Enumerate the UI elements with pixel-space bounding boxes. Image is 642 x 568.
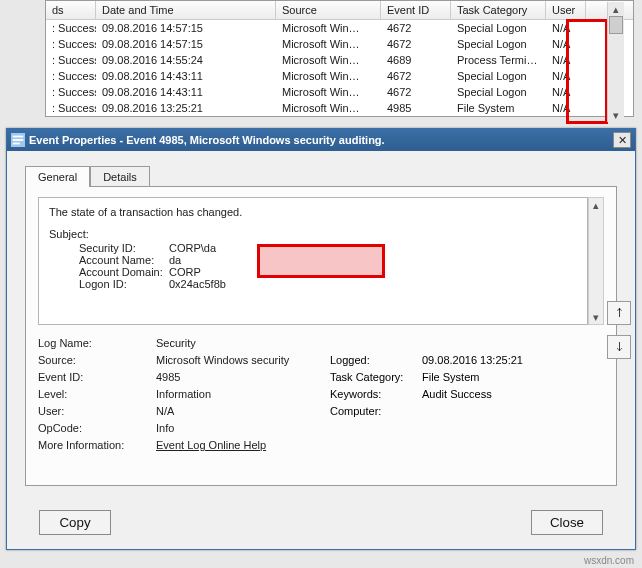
event-id-value: 4985 — [156, 371, 180, 383]
level-value: Information — [156, 388, 211, 400]
logon-id-label: Logon ID: — [49, 278, 169, 290]
cell-keywords: : Success — [46, 20, 96, 36]
scroll-up-icon[interactable]: ▴ — [608, 2, 624, 16]
table-row[interactable]: : Success09.08.2016 14:55:24Microsoft Wi… — [46, 52, 633, 68]
cell-taskcat: Special Logon — [451, 36, 546, 52]
scroll-down-icon[interactable]: ▾ — [608, 108, 624, 122]
highlight-user-column — [566, 19, 608, 124]
user-label: User: — [38, 405, 156, 417]
col-source[interactable]: Source — [276, 1, 381, 19]
tab-body: The state of a transaction has changed. … — [25, 186, 617, 486]
table-row[interactable]: : Success09.08.2016 14:57:15Microsoft Wi… — [46, 36, 633, 52]
col-keywords[interactable]: ds — [46, 1, 96, 19]
copy-button[interactable]: Copy — [39, 510, 111, 535]
event-fields: Log Name:Security Source:Microsoft Windo… — [38, 337, 604, 456]
task-cat-label: Task Category: — [330, 371, 422, 383]
opcode-value: Info — [156, 422, 174, 434]
event-icon — [11, 133, 25, 147]
log-name-label: Log Name: — [38, 337, 156, 349]
more-info-label: More Information: — [38, 439, 156, 451]
account-domain-label: Account Domain: — [49, 266, 169, 278]
event-list[interactable]: ds Date and Time Source Event ID Task Ca… — [45, 0, 634, 117]
table-row[interactable]: : Success09.08.2016 14:43:11Microsoft Wi… — [46, 84, 633, 100]
log-name-value: Security — [156, 337, 196, 349]
cell-keywords: : Success — [46, 84, 96, 100]
account-domain-value: CORP — [169, 266, 201, 278]
close-button[interactable]: Close — [531, 510, 603, 535]
arrow-up-icon: 🡑 — [614, 307, 625, 319]
event-list-scrollbar[interactable]: ▴ ▾ — [607, 2, 624, 122]
dialog-titlebar[interactable]: Event Properties - Event 4985, Microsoft… — [7, 129, 635, 151]
col-datetime[interactable]: Date and Time — [96, 1, 276, 19]
highlight-subject-redaction — [257, 244, 385, 278]
cell-source: Microsoft Win… — [276, 20, 381, 36]
source-value: Microsoft Windows security — [156, 354, 289, 366]
description-scrollbar[interactable]: ▴ ▾ — [588, 197, 604, 325]
cell-datetime: 09.08.2016 14:55:24 — [96, 52, 276, 68]
table-row[interactable]: : Success09.08.2016 14:57:15Microsoft Wi… — [46, 20, 633, 36]
user-value: N/A — [156, 405, 174, 417]
prev-event-button[interactable]: 🡑 — [607, 301, 631, 325]
cell-eventid: 4672 — [381, 36, 451, 52]
watermark: wsxdn.com — [584, 555, 634, 566]
next-event-button[interactable]: 🡓 — [607, 335, 631, 359]
cell-keywords: : Success — [46, 36, 96, 52]
logon-id-value: 0x24ac5f8b — [169, 278, 226, 290]
cell-eventid: 4985 — [381, 100, 451, 116]
cell-source: Microsoft Win… — [276, 84, 381, 100]
account-name-value: da — [169, 254, 181, 266]
source-label: Source: — [38, 354, 156, 366]
event-id-label: Event ID: — [38, 371, 156, 383]
opcode-label: OpCode: — [38, 422, 156, 434]
scroll-up-icon[interactable]: ▴ — [589, 198, 603, 212]
cell-source: Microsoft Win… — [276, 36, 381, 52]
security-id-label: Security ID: — [49, 242, 169, 254]
logged-value: 09.08.2016 13:25:21 — [422, 354, 523, 366]
cell-datetime: 09.08.2016 14:57:15 — [96, 20, 276, 36]
event-description-panel: The state of a transaction has changed. … — [38, 197, 588, 325]
cell-taskcat: File System — [451, 100, 546, 116]
logged-label: Logged: — [330, 354, 422, 366]
col-user[interactable]: User — [546, 1, 586, 19]
keywords-value: Audit Success — [422, 388, 492, 400]
event-list-header: ds Date and Time Source Event ID Task Ca… — [46, 1, 633, 20]
col-eventid[interactable]: Event ID — [381, 1, 451, 19]
arrow-down-icon: 🡓 — [614, 341, 625, 353]
tab-general[interactable]: General — [25, 166, 90, 187]
dialog-title: Event Properties - Event 4985, Microsoft… — [29, 134, 613, 146]
tab-details[interactable]: Details — [90, 166, 150, 187]
event-log-online-help-link[interactable]: Event Log Online Help — [156, 439, 266, 451]
subject-label: Subject: — [49, 228, 577, 240]
cell-datetime: 09.08.2016 14:57:15 — [96, 36, 276, 52]
cell-keywords: : Success — [46, 100, 96, 116]
cell-eventid: 4672 — [381, 20, 451, 36]
account-name-label: Account Name: — [49, 254, 169, 266]
dialog-close-button[interactable]: ✕ — [613, 132, 631, 148]
svg-rect-3 — [13, 143, 20, 145]
computer-label: Computer: — [330, 405, 422, 417]
task-cat-value: File System — [422, 371, 479, 383]
cell-taskcat: Special Logon — [451, 20, 546, 36]
svg-rect-1 — [13, 136, 24, 138]
cell-taskcat: Special Logon — [451, 68, 546, 84]
table-row[interactable]: : Success09.08.2016 14:43:11Microsoft Wi… — [46, 68, 633, 84]
scroll-down-icon[interactable]: ▾ — [589, 310, 603, 324]
cell-taskcat: Process Termi… — [451, 52, 546, 68]
cell-keywords: : Success — [46, 68, 96, 84]
cell-eventid: 4689 — [381, 52, 451, 68]
event-message: The state of a transaction has changed. — [49, 206, 577, 218]
cell-eventid: 4672 — [381, 84, 451, 100]
keywords-label: Keywords: — [330, 388, 422, 400]
cell-keywords: : Success — [46, 52, 96, 68]
cell-source: Microsoft Win… — [276, 68, 381, 84]
table-row[interactable]: : Success09.08.2016 13:25:21Microsoft Wi… — [46, 100, 633, 116]
col-taskcat[interactable]: Task Category — [451, 1, 546, 19]
cell-source: Microsoft Win… — [276, 100, 381, 116]
event-properties-dialog: Event Properties - Event 4985, Microsoft… — [6, 128, 636, 550]
scroll-thumb[interactable] — [609, 16, 623, 34]
cell-source: Microsoft Win… — [276, 52, 381, 68]
cell-datetime: 09.08.2016 14:43:11 — [96, 84, 276, 100]
svg-rect-2 — [13, 139, 24, 141]
cell-taskcat: Special Logon — [451, 84, 546, 100]
cell-datetime: 09.08.2016 13:25:21 — [96, 100, 276, 116]
